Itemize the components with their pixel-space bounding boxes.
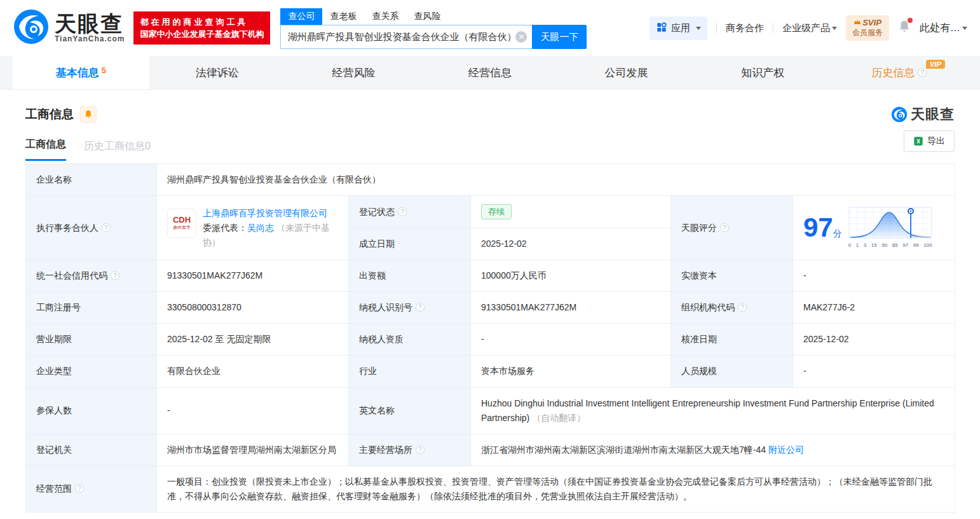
reg-authority-label: 登记机关 bbox=[26, 434, 157, 466]
section-title: 工商信息 bbox=[25, 106, 74, 123]
company-page-tabs: 基本信息 5 法律诉讼 经营风险 经营信息 公司发展 知识产权 VIP 历史信息… bbox=[0, 56, 980, 90]
tab-intellectual-property[interactable]: 知识产权 bbox=[695, 56, 831, 89]
contribution-value: 100000万人民币 bbox=[471, 260, 671, 292]
tianyancha-watermark: 天眼查 bbox=[891, 105, 955, 124]
reg-status-label-text: 登记状态 bbox=[359, 207, 395, 217]
nearby-companies-link[interactable]: 附近公司 bbox=[768, 445, 804, 455]
score-label-text: 天眼评分 bbox=[681, 223, 717, 233]
search-input[interactable] bbox=[281, 32, 532, 43]
insured-count-label: 参保人数 bbox=[26, 387, 157, 434]
table-row: 企业类型 有限合伙企业 行业 资本市场服务 人员规模 - bbox=[26, 356, 955, 387]
chevron-down-icon bbox=[832, 27, 837, 30]
partner-company-logo[interactable]: CDH 鼎晖百孚 bbox=[167, 209, 196, 238]
credit-code-label-text: 统一社会信用代码 bbox=[36, 270, 107, 280]
business-info-table: 企业名称 湖州鼎晖产投具智创业投资基金合伙企业（有限合伙） 执行事务合伙人? C… bbox=[25, 163, 955, 513]
help-icon[interactable]: ? bbox=[720, 223, 729, 232]
partner-logo-text: CDH bbox=[173, 216, 191, 225]
export-button[interactable]: 导出 bbox=[904, 130, 955, 152]
business-term-label: 营业期限 bbox=[26, 324, 157, 356]
enterprise-products-link[interactable]: 企业级产品 bbox=[782, 22, 837, 34]
help-icon[interactable]: ? bbox=[111, 271, 119, 280]
help-icon[interactable]: ? bbox=[102, 223, 111, 232]
paid-capital-label: 实缴资本 bbox=[671, 260, 793, 292]
svip-sublabel: 会员服务 bbox=[852, 27, 883, 38]
user-account-menu[interactable]: 此处有… bbox=[920, 22, 967, 35]
apps-menu-button[interactable]: 应用 bbox=[650, 17, 707, 40]
search-tab-boss[interactable]: 查老板 bbox=[322, 8, 364, 25]
table-row: 工商注册号 330508000312870 纳税人识别号? 91330501MA… bbox=[26, 292, 955, 324]
help-icon[interactable]: ? bbox=[416, 303, 425, 312]
help-icon[interactable]: ? bbox=[738, 303, 747, 312]
svip-member-button[interactable]: SVIP 会员服务 bbox=[846, 15, 889, 41]
auto-translate-note: （自动翻译） bbox=[532, 413, 585, 423]
org-code-value: MAK277J6-2 bbox=[793, 292, 955, 324]
tianyancha-logo[interactable]: 天眼查 TianYanCha.com bbox=[13, 8, 125, 48]
divider bbox=[773, 23, 773, 33]
reg-authority-value: 湖州市市场监督管理局湖州南太湖新区分局 bbox=[157, 434, 349, 466]
tianyancha-logo-icon bbox=[13, 8, 50, 48]
help-icon[interactable]: ? bbox=[398, 207, 407, 216]
help-icon[interactable]: ? bbox=[75, 484, 84, 493]
reg-number-value: 330508000312870 bbox=[157, 292, 349, 324]
status-badge: 存续 bbox=[481, 204, 512, 219]
establish-date-label: 成立日期 bbox=[349, 228, 471, 260]
company-type-label: 企业类型 bbox=[26, 356, 157, 387]
top-header: 天眼查 TianYanCha.com 都在用的商业查询工具 国家中小企业发展子基… bbox=[0, 0, 980, 56]
help-icon[interactable]: ? bbox=[416, 445, 425, 454]
chart-axis-ticks: 0131550859799100 bbox=[848, 241, 932, 249]
search-tabs: 查公司 查老板 查关系 查风险 bbox=[280, 7, 587, 25]
tab-legal-proceedings[interactable]: 法律诉讼 bbox=[149, 56, 286, 89]
search-tab-company[interactable]: 查公司 bbox=[280, 8, 322, 25]
search-button[interactable]: 天眼一下 bbox=[532, 25, 587, 49]
notifications-button[interactable] bbox=[898, 20, 911, 36]
tab-business-info[interactable]: 经营信息 bbox=[422, 56, 559, 89]
taxpayer-id-label-text: 纳税人识别号 bbox=[359, 302, 412, 312]
approval-date-label: 核准日期 bbox=[671, 324, 793, 356]
deputy-name-link[interactable]: 吴尚志 bbox=[247, 223, 274, 233]
taxpayer-id-label: 纳税人识别号? bbox=[349, 292, 471, 324]
subtab-history-business-info[interactable]: 历史工商信息0 bbox=[84, 140, 151, 161]
staff-size-label: 人员规模 bbox=[671, 356, 793, 387]
chevron-down-icon bbox=[696, 27, 701, 30]
business-scope-label-text: 经营范围 bbox=[36, 483, 72, 494]
subtab-business-info[interactable]: 工商信息 bbox=[25, 138, 66, 161]
managing-partner-cell: CDH 鼎晖百孚 上海鼎晖百孚投资管理有限公司 委派代表：吴尚志 （来源于中基协… bbox=[157, 196, 349, 260]
tab-history-info[interactable]: VIP 历史信息 ? bbox=[831, 56, 967, 89]
slogan-line2: 国家中小企业发展子基金旗下机构 bbox=[140, 28, 264, 40]
business-cooperation-link[interactable]: 商务合作 bbox=[726, 22, 764, 34]
enterprise-products-label: 企业级产品 bbox=[782, 22, 830, 34]
score-value: 97 bbox=[803, 212, 833, 242]
tab-basic-info-label: 基本信息 bbox=[56, 66, 99, 80]
search-tab-risk[interactable]: 查风险 bbox=[406, 8, 448, 25]
help-icon[interactable]: ? bbox=[918, 68, 927, 77]
org-code-label-text: 组织机构代码 bbox=[681, 302, 735, 312]
export-label: 导出 bbox=[927, 135, 945, 147]
partner-company-link[interactable]: 上海鼎晖百孚投资管理有限公司 bbox=[203, 208, 327, 218]
contribution-label: 出资额 bbox=[349, 260, 471, 292]
insured-count-value: - bbox=[157, 387, 349, 434]
svip-label: SVIP bbox=[862, 18, 881, 27]
table-row: 执行事务合伙人? CDH 鼎晖百孚 上海鼎晖百孚投资管理有限公司 委派代表：吴尚… bbox=[26, 196, 955, 228]
brand-name: 天眼查 bbox=[55, 13, 125, 34]
bell-icon bbox=[84, 109, 93, 120]
score-distribution-chart[interactable]: 0131550859799100 bbox=[848, 206, 932, 249]
search-tab-relation[interactable]: 查关系 bbox=[364, 8, 406, 25]
industry-label: 行业 bbox=[349, 356, 471, 387]
credit-code-value: 91330501MAK277J62M bbox=[157, 260, 349, 292]
company-name-value: 湖州鼎晖产投具智创业投资基金合伙企业（有限合伙） bbox=[157, 164, 955, 196]
monitor-bell-button[interactable] bbox=[80, 106, 97, 123]
partner-logo-subtext: 鼎晖百孚 bbox=[173, 225, 191, 230]
english-name-cell: Huzhou Dinghui Industrial Investment Int… bbox=[471, 387, 955, 434]
establish-date-value: 2025-12-02 bbox=[471, 228, 671, 260]
tab-basic-info[interactable]: 基本信息 5 bbox=[13, 56, 149, 89]
tab-operating-risk[interactable]: 经营风险 bbox=[285, 56, 422, 89]
crown-icon bbox=[854, 18, 861, 27]
reg-status-label: 登记状态? bbox=[349, 196, 471, 228]
taxpayer-id-value: 91330501MAK277J62M bbox=[471, 292, 671, 324]
english-name-label: 英文名称 bbox=[349, 387, 471, 434]
search-input-wrap: ✕ bbox=[280, 25, 532, 49]
tab-company-development[interactable]: 公司发展 bbox=[558, 56, 695, 89]
business-scope-label: 经营范围? bbox=[26, 466, 157, 512]
taxpayer-quality-label: 纳税人资质 bbox=[349, 324, 471, 356]
apps-label: 应用 bbox=[671, 22, 690, 34]
